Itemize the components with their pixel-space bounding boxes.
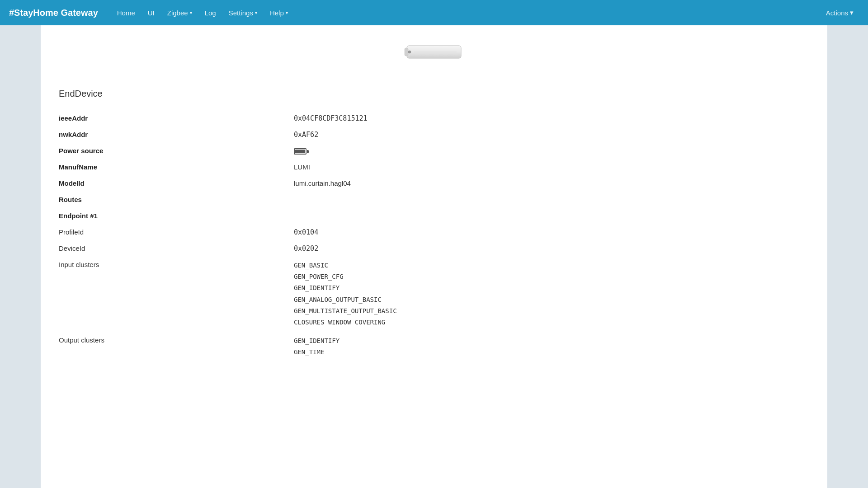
svg-rect-1 bbox=[405, 48, 408, 56]
nwkaddr-value: 0xAF62 bbox=[294, 130, 318, 139]
routes-row: Routes bbox=[59, 191, 809, 207]
nwkaddr-row: nwkAddr 0xAF62 bbox=[59, 126, 809, 142]
endpoint-label: Endpoint #1 bbox=[59, 211, 294, 220]
output-clusters-value: GEN_IDENTIFYGEN_TIME bbox=[294, 335, 340, 358]
power-source-row: Power source bbox=[59, 142, 809, 159]
navbar-nav: Home UI Zigbee ▾ Log Settings ▾ Help ▾ bbox=[112, 5, 821, 20]
routes-label: Routes bbox=[59, 195, 294, 203]
modelid-value: lumi.curtain.hagl04 bbox=[294, 178, 351, 187]
input-cluster-item: GEN_MULTISTATE_OUTPUT_BASIC bbox=[294, 305, 397, 317]
svg-point-2 bbox=[408, 51, 411, 53]
zigbee-dropdown-icon: ▾ bbox=[190, 10, 192, 15]
device-image bbox=[398, 39, 470, 66]
input-clusters-label: Input clusters bbox=[59, 260, 294, 268]
input-cluster-item: GEN_POWER_CFG bbox=[294, 271, 397, 282]
battery-body bbox=[294, 148, 307, 155]
power-source-value bbox=[294, 146, 309, 155]
left-sidebar bbox=[0, 25, 41, 488]
settings-dropdown-icon: ▾ bbox=[255, 10, 257, 15]
ieeeaddr-row: ieeeAddr 0x04CF8CDF3C815121 bbox=[59, 110, 809, 126]
input-cluster-item: GEN_BASIC bbox=[294, 260, 397, 271]
output-cluster-item: GEN_IDENTIFY bbox=[294, 335, 340, 347]
right-sidebar bbox=[827, 25, 868, 488]
input-clusters-row: Input clusters GEN_BASICGEN_POWER_CFGGEN… bbox=[59, 256, 809, 332]
ieeeaddr-value: 0x04CF8CDF3C815121 bbox=[294, 113, 368, 122]
nav-settings[interactable]: Settings ▾ bbox=[223, 5, 263, 20]
actions-button[interactable]: Actions ▾ bbox=[821, 5, 859, 20]
modelid-label: ModelId bbox=[59, 178, 294, 187]
input-cluster-item: CLOSURES_WINDOW_COVERING bbox=[294, 317, 397, 328]
ieeeaddr-label: ieeeAddr bbox=[59, 113, 294, 122]
nav-settings-label: Settings bbox=[229, 9, 253, 17]
manufname-label: ManufName bbox=[59, 162, 294, 171]
power-source-label: Power source bbox=[59, 146, 294, 155]
input-cluster-item: GEN_ANALOG_OUTPUT_BASIC bbox=[294, 294, 397, 305]
navbar: #StayHome Gateway Home UI Zigbee ▾ Log S… bbox=[0, 0, 868, 25]
input-clusters-value: GEN_BASICGEN_POWER_CFGGEN_IDENTIFYGEN_AN… bbox=[294, 260, 397, 328]
nav-zigbee[interactable]: Zigbee ▾ bbox=[162, 5, 198, 20]
manufname-row: ManufName LUMI bbox=[59, 159, 809, 175]
actions-dropdown-icon: ▾ bbox=[850, 9, 854, 17]
endpoint-row: Endpoint #1 bbox=[59, 207, 809, 224]
help-dropdown-icon: ▾ bbox=[286, 10, 288, 15]
device-image-container bbox=[59, 34, 809, 75]
nwkaddr-label: nwkAddr bbox=[59, 130, 294, 138]
profileid-label: ProfileId bbox=[59, 227, 294, 236]
modelid-row: ModelId lumi.curtain.hagl04 bbox=[59, 175, 809, 191]
device-type: EndDevice bbox=[59, 89, 809, 99]
output-clusters-row: Output clusters GEN_IDENTIFYGEN_TIME bbox=[59, 332, 809, 361]
deviceid-label: DeviceId bbox=[59, 244, 294, 252]
battery-tip bbox=[307, 150, 309, 153]
nav-ui-label: UI bbox=[148, 9, 155, 17]
nav-log[interactable]: Log bbox=[199, 5, 222, 20]
actions-label: Actions bbox=[826, 9, 848, 17]
output-clusters-label: Output clusters bbox=[59, 335, 294, 344]
nav-log-label: Log bbox=[205, 9, 216, 17]
deviceid-row: DeviceId 0x0202 bbox=[59, 240, 809, 256]
battery-icon bbox=[294, 148, 309, 155]
content-area: EndDevice ieeeAddr 0x04CF8CDF3C815121 nw… bbox=[41, 25, 827, 488]
manufname-value: LUMI bbox=[294, 162, 310, 171]
nav-zigbee-label: Zigbee bbox=[167, 9, 188, 17]
main-container: EndDevice ieeeAddr 0x04CF8CDF3C815121 nw… bbox=[0, 25, 868, 488]
profileid-row: ProfileId 0x0104 bbox=[59, 224, 809, 240]
navbar-brand[interactable]: #StayHome Gateway bbox=[9, 8, 98, 18]
nav-help-label: Help bbox=[270, 9, 284, 17]
deviceid-value: 0x0202 bbox=[294, 244, 318, 253]
nav-home-label: Home bbox=[117, 9, 135, 17]
input-cluster-item: GEN_IDENTIFY bbox=[294, 282, 397, 294]
battery-fill bbox=[295, 150, 305, 153]
profileid-value: 0x0104 bbox=[294, 227, 318, 236]
nav-ui[interactable]: UI bbox=[142, 5, 160, 20]
nav-home[interactable]: Home bbox=[112, 5, 141, 20]
output-cluster-item: GEN_TIME bbox=[294, 347, 340, 358]
nav-help[interactable]: Help ▾ bbox=[264, 5, 293, 20]
